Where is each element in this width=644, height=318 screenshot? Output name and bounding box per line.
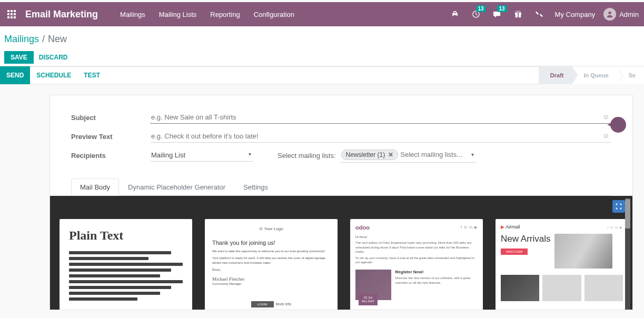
expand-icon[interactable] [612, 200, 625, 213]
breadcrumb-sep: / [42, 34, 45, 45]
control-panel: Mailings / New Save Discard [0, 26, 644, 66]
svg-rect-0 [7, 10, 9, 12]
user-name: Admin [619, 11, 639, 18]
schedule-button[interactable]: Schedule [30, 66, 77, 84]
template-plain-text[interactable]: Plain Text [60, 219, 192, 310]
template-gallery: Plain Text Your Logo Thank you for joini… [50, 196, 632, 310]
gift-icon[interactable] [511, 2, 526, 26]
svg-point-14 [518, 11, 520, 13]
save-button[interactable]: Save [4, 51, 34, 64]
template-event[interactable]: odoo f G in ▶ Hi there! The next edition… [350, 219, 483, 310]
svg-rect-7 [11, 16, 13, 18]
form-sheet: Subject ☺ Preview Text ☺ Recipients Mail… [49, 95, 633, 310]
tpl3-social: f G in ▶ [461, 225, 478, 230]
preview-label: Preview Text [71, 133, 150, 141]
apps-icon[interactable] [3, 2, 20, 26]
tpl2-more: More Info [275, 302, 291, 306]
preview-input[interactable] [150, 130, 611, 143]
tab-mail-body[interactable]: Mail Body [71, 178, 119, 196]
menu-reporting[interactable]: Reporting [204, 2, 246, 26]
statusbar: Draft In Queue Se [539, 66, 644, 84]
activities-badge: 13 [476, 5, 486, 12]
svg-point-15 [609, 12, 611, 14]
tpl3-event-desc: Discover the new version of our software… [395, 276, 478, 285]
svg-rect-3 [7, 13, 9, 15]
tpl2-p1: We want to take this opportunity to welc… [212, 249, 330, 254]
tpl4-grid-3 [584, 275, 623, 301]
svg-rect-4 [11, 13, 13, 15]
mailing-lists-tags[interactable]: Newsletter (1) ✕ [340, 148, 476, 163]
svg-rect-5 [14, 13, 16, 15]
svg-rect-8 [14, 16, 16, 18]
subject-label: Subject [71, 114, 150, 122]
tpl2-p2: Your platform is ready for work. It will… [212, 256, 330, 265]
topnav: Email Marketing Mailings Mailing Lists R… [0, 2, 644, 26]
tag-label: Newsletter (1) [346, 151, 385, 158]
gallery-scrollbar[interactable] [625, 198, 630, 310]
tpl3-hi: Hi there! [355, 235, 478, 239]
recipients-select[interactable]: Mailing List [150, 149, 253, 162]
discard-button[interactable]: Discard [39, 54, 68, 61]
menu-mailing-lists[interactable]: Mailing Lists [153, 2, 203, 26]
tpl3-event-image: 21 JulALL DAY [355, 270, 391, 300]
status-in-queue[interactable]: In Queue [572, 66, 617, 84]
tpl2-sig: Michael Fletcher [212, 276, 330, 282]
tpl2-login: LOGIN [251, 301, 274, 307]
user-menu[interactable]: Admin [603, 8, 639, 21]
tpl3-p1: The next edition of Odoo Experience look… [355, 241, 478, 254]
svg-rect-1 [11, 10, 13, 12]
main-menu: Mailings Mailing Lists Reporting Configu… [114, 2, 301, 26]
messages-icon[interactable]: 13 [490, 2, 504, 26]
company-name[interactable]: My Company [555, 11, 596, 18]
tpl3-date-badge: 21 JulALL DAY [359, 294, 378, 305]
tag-newsletter[interactable]: Newsletter (1) ✕ [341, 150, 399, 160]
messages-badge: 13 [497, 5, 507, 12]
svg-rect-2 [14, 10, 16, 12]
svg-rect-6 [7, 16, 9, 18]
tpl4-grid-2 [542, 275, 581, 301]
gallery-scroll-thumb[interactable] [625, 199, 630, 228]
debug-icon[interactable] [448, 2, 462, 26]
subject-input[interactable] [150, 111, 611, 124]
tpl4-discover: DISCOVER [501, 249, 528, 255]
recipients-label: Recipients [71, 152, 150, 160]
tpl2-title: Thank you for joining us! [212, 240, 330, 246]
template-welcome[interactable]: Your Logo Thank you for joining us! We w… [205, 219, 338, 310]
breadcrumb: Mailings / New [4, 34, 640, 45]
actionbar: Send Schedule Test Draft In Queue Se [0, 66, 644, 84]
tpl2-logo: Your Logo [212, 226, 330, 231]
tpl3-brand: odoo [355, 224, 370, 231]
tab-settings[interactable]: Settings [234, 178, 277, 196]
tpl2-p3: Enjoy, [212, 267, 330, 272]
tab-dynamic-placeholder[interactable]: Dynamic Placeholder Generator [119, 178, 234, 196]
app-brand[interactable]: Email Marketing [25, 9, 98, 20]
tpl4-brand: Airmail [501, 224, 520, 230]
menu-mailings[interactable]: Mailings [114, 2, 152, 26]
avatar-icon [603, 8, 616, 21]
select-lists-label: Select mailing lists: [278, 152, 336, 160]
breadcrumb-root[interactable]: Mailings [4, 34, 39, 45]
tpl4-grid-1 [501, 275, 539, 301]
menu-configuration[interactable]: Configuration [247, 2, 301, 26]
tpl3-event-title: Register Now! [395, 270, 478, 274]
tpl3-p2: To stir up your curiosity, have a look a… [355, 256, 478, 265]
tpl2-role: Community Manager [212, 282, 330, 286]
template-title: Plain Text [69, 228, 183, 243]
svg-rect-12 [518, 13, 519, 17]
tpl4-social: f G in ▶ [608, 225, 623, 229]
mailing-lists-input[interactable] [400, 151, 469, 158]
tpl4-title: New Arrivals [501, 234, 550, 244]
test-button[interactable]: Test [77, 66, 106, 84]
tools-icon[interactable] [532, 2, 547, 26]
svg-point-13 [516, 11, 518, 13]
breadcrumb-current: New [48, 34, 67, 45]
activities-icon[interactable]: 13 [469, 2, 483, 26]
emoji-icon[interactable]: ☺ [602, 132, 609, 140]
send-button[interactable]: Send [0, 66, 30, 84]
template-newarrivals[interactable]: Airmail f G in ▶ New Arrivals DISCOVER [496, 219, 628, 310]
tour-pointer-icon[interactable] [608, 117, 626, 133]
tabs: Mail Body Dynamic Placeholder Generator … [71, 178, 611, 196]
tpl4-hero-image [554, 234, 612, 269]
status-draft[interactable]: Draft [539, 66, 572, 84]
tag-remove-icon[interactable]: ✕ [388, 151, 393, 158]
